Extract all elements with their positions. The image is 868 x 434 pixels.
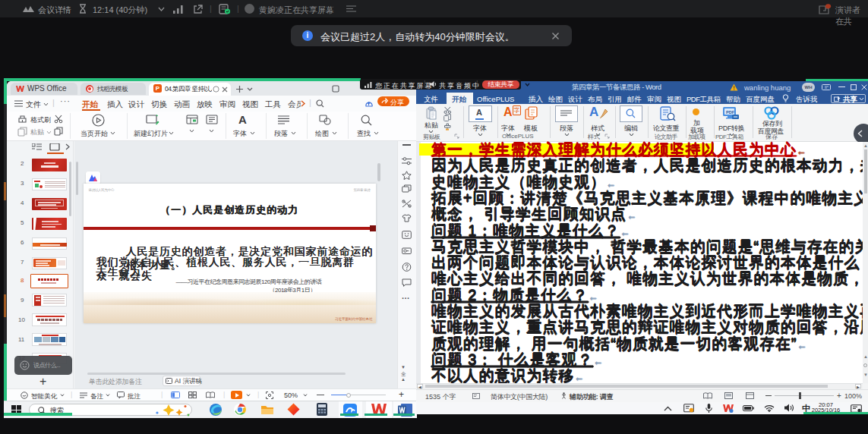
svg-text:PDF: PDF	[726, 110, 735, 115]
